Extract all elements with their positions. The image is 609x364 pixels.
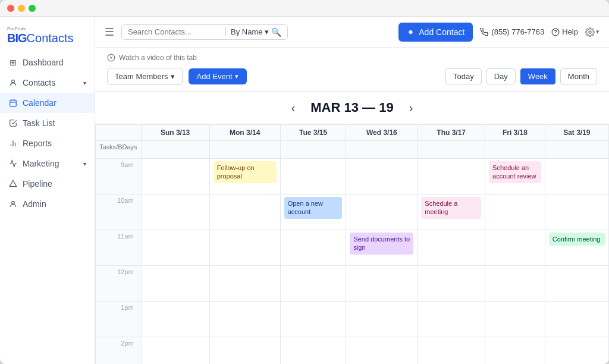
- help-link[interactable]: Help: [551, 27, 578, 36]
- cell-2pm-sun[interactable]: [141, 337, 209, 365]
- view-week-button[interactable]: Week: [520, 68, 555, 84]
- cell-10am-tue[interactable]: Open a new account: [280, 194, 346, 230]
- cell-12pm-sat[interactable]: [545, 266, 608, 302]
- search-by-dropdown[interactable]: By Name ▾: [225, 27, 269, 36]
- view-month-button[interactable]: Month: [560, 68, 597, 84]
- phone-link[interactable]: (855) 776-7763: [480, 27, 544, 36]
- event-confirm-meeting[interactable]: Confirm meeting: [549, 233, 605, 246]
- event-schedule-meeting[interactable]: Schedule a meeting: [421, 197, 481, 219]
- next-arrow-icon[interactable]: ›: [403, 101, 419, 115]
- event-followup[interactable]: Follow-up on proposal: [214, 161, 277, 183]
- cell-1pm-thu[interactable]: [417, 302, 485, 337]
- phone-number: (855) 776-7763: [491, 27, 544, 36]
- cell-9am-mon[interactable]: Follow-up on proposal: [209, 159, 280, 194]
- cell-12pm-sun[interactable]: [141, 266, 209, 302]
- svg-marker-8: [10, 180, 17, 187]
- time-label-11am: 11am: [96, 230, 142, 266]
- tasks-sat[interactable]: [545, 141, 608, 159]
- add-event-button[interactable]: Add Event ▾: [189, 68, 247, 84]
- view-day-button[interactable]: Day: [486, 68, 516, 84]
- sidebar-item-pipeline[interactable]: Pipeline: [0, 174, 95, 194]
- cell-9am-fri[interactable]: Schedule an account review: [485, 159, 545, 194]
- sidebar-label-admin: Admin: [23, 199, 46, 209]
- content-area: Watch a video of this tab Team Members ▾…: [95, 48, 609, 364]
- cell-12pm-tue[interactable]: [280, 266, 346, 302]
- cell-11am-sun[interactable]: [141, 230, 209, 266]
- search-input[interactable]: [128, 27, 223, 36]
- svg-point-13: [589, 31, 591, 33]
- cell-1pm-sun[interactable]: [141, 302, 209, 337]
- cell-9am-wed[interactable]: [346, 159, 417, 194]
- cell-11am-mon[interactable]: [209, 230, 280, 266]
- cell-11am-fri[interactable]: [485, 230, 545, 266]
- sidebar-label-marketing: Marketing: [23, 159, 59, 168]
- cell-11am-wed[interactable]: Send documents to sign: [346, 230, 417, 266]
- sidebar-item-dashboard[interactable]: ⊞ Dashboard: [0, 52, 95, 73]
- settings-chevron-icon: ▾: [596, 28, 599, 36]
- sidebar-item-tasklist[interactable]: Task List: [0, 113, 95, 133]
- cell-1pm-tue[interactable]: [280, 302, 346, 337]
- cell-1pm-fri[interactable]: [485, 302, 545, 337]
- cell-11am-sat[interactable]: Confirm meeting: [545, 230, 608, 266]
- search-icon[interactable]: 🔍: [271, 27, 281, 37]
- cell-12pm-wed[interactable]: [346, 266, 417, 302]
- cell-1pm-wed[interactable]: [346, 302, 417, 337]
- cell-2pm-sat[interactable]: [545, 337, 608, 365]
- cell-2pm-thu[interactable]: [417, 337, 485, 365]
- event-account-review[interactable]: Schedule an account review: [489, 161, 541, 183]
- search-by-label: By Name: [231, 27, 262, 36]
- tasks-fri[interactable]: [485, 141, 545, 159]
- tasks-thu[interactable]: [417, 141, 485, 159]
- cell-12pm-fri[interactable]: [485, 266, 545, 302]
- marketing-icon: [8, 159, 18, 168]
- sidebar-item-calendar[interactable]: Calendar: [0, 93, 95, 113]
- cell-11am-thu[interactable]: [417, 230, 485, 266]
- sidebar-item-contacts[interactable]: Contacts ▾: [0, 73, 95, 93]
- cell-2pm-mon[interactable]: [209, 337, 280, 365]
- cell-10am-mon[interactable]: [209, 194, 280, 230]
- svg-point-0: [12, 80, 15, 83]
- tasks-sun[interactable]: [141, 141, 209, 159]
- cell-2pm-tue[interactable]: [280, 337, 346, 365]
- team-members-button[interactable]: Team Members ▾: [107, 68, 183, 85]
- menu-icon[interactable]: ☰: [105, 26, 114, 39]
- help-label: Help: [562, 27, 578, 36]
- add-contact-button[interactable]: Add Contact: [398, 23, 473, 42]
- watch-video-link[interactable]: Watch a video of this tab: [107, 54, 597, 62]
- sidebar-item-admin[interactable]: Admin: [0, 194, 95, 214]
- settings-button[interactable]: ▾: [585, 27, 599, 37]
- tasks-tue[interactable]: [280, 141, 346, 159]
- view-today-button[interactable]: Today: [445, 68, 482, 84]
- cell-10am-thu[interactable]: Schedule a meeting: [417, 194, 485, 230]
- minimize-dot[interactable]: [18, 5, 25, 12]
- dashboard-icon: ⊞: [8, 58, 18, 67]
- sidebar-item-reports[interactable]: Reports: [0, 133, 95, 153]
- tasks-mon[interactable]: [209, 141, 280, 159]
- cell-12pm-thu[interactable]: [417, 266, 485, 302]
- cell-10am-sat[interactable]: [545, 194, 608, 230]
- prev-arrow-icon[interactable]: ‹: [285, 101, 302, 115]
- cell-9am-sat[interactable]: [545, 159, 608, 194]
- time-label-9am: 9am: [96, 159, 142, 194]
- cell-10am-sun[interactable]: [141, 194, 209, 230]
- cell-2pm-wed[interactable]: [346, 337, 417, 365]
- sidebar-item-marketing[interactable]: Marketing ▾: [0, 153, 95, 174]
- close-dot[interactable]: [7, 5, 14, 12]
- tasks-wed[interactable]: [346, 141, 417, 159]
- cell-10am-fri[interactable]: [485, 194, 545, 230]
- event-send-docs[interactable]: Send documents to sign: [350, 233, 413, 255]
- cell-9am-thu[interactable]: [417, 159, 485, 194]
- cell-9am-sun[interactable]: [141, 159, 209, 194]
- cell-2pm-fri[interactable]: [485, 337, 545, 365]
- logo-big: BIG: [7, 32, 27, 45]
- maximize-dot[interactable]: [29, 5, 36, 12]
- search-wrap: By Name ▾ 🔍: [121, 24, 288, 40]
- cell-1pm-sat[interactable]: [545, 302, 608, 337]
- cell-11am-tue[interactable]: [280, 230, 346, 266]
- cell-1pm-mon[interactable]: [209, 302, 280, 337]
- cell-10am-wed[interactable]: [346, 194, 417, 230]
- watch-video-label: Watch a video of this tab: [119, 54, 197, 62]
- event-open-account[interactable]: Open a new account: [284, 197, 343, 219]
- cell-9am-tue[interactable]: [280, 159, 346, 194]
- cell-12pm-mon[interactable]: [209, 266, 280, 302]
